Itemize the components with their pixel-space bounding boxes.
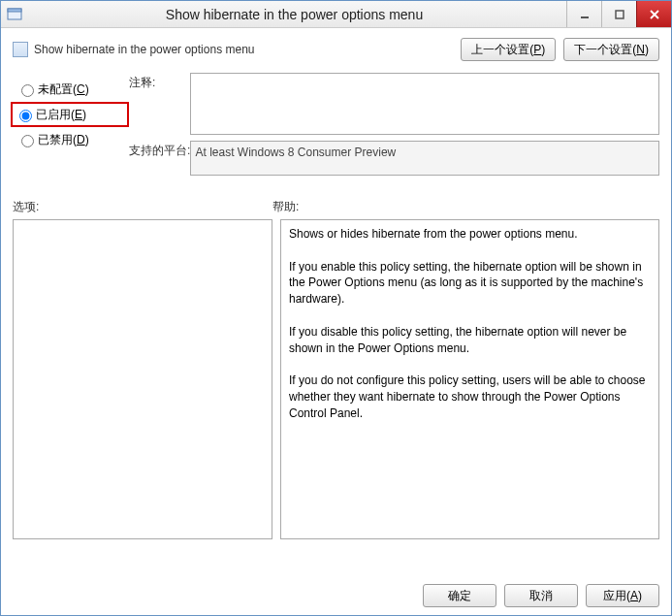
minimize-button[interactable] (566, 1, 601, 27)
comment-textarea[interactable] (190, 73, 659, 135)
help-text[interactable]: Shows or hides hibernate from the power … (280, 219, 659, 539)
radio-disabled-label[interactable]: 已禁用(D) (38, 132, 89, 148)
supported-label: 支持的平台: (129, 141, 190, 176)
footer-buttons: 确定 取消 应用(A) (13, 574, 659, 607)
window-buttons (566, 1, 671, 27)
policy-window-icon (7, 7, 22, 22)
radio-disabled-input[interactable] (21, 135, 34, 147)
svg-rect-3 (616, 11, 624, 18)
options-textarea[interactable] (13, 219, 272, 539)
ok-button[interactable]: 确定 (423, 584, 496, 607)
help-label: 帮助: (272, 199, 299, 215)
policy-icon (13, 42, 28, 57)
state-radio-group: 未配置(C) 已启用(E) 已禁用(D) (13, 73, 129, 181)
policy-title: Show hibernate in the power options menu (34, 43, 461, 56)
header-row: Show hibernate in the power options menu… (13, 38, 659, 61)
radio-not-configured[interactable]: 未配置(C) (13, 77, 129, 102)
previous-setting-button[interactable]: 上一个设置(P) (461, 38, 556, 61)
policy-editor-window: Show hibernate in the power options menu… (0, 0, 672, 616)
radio-not-configured-label[interactable]: 未配置(C) (38, 81, 89, 98)
config-area: 未配置(C) 已启用(E) 已禁用(D) (13, 73, 659, 181)
titlebar: Show hibernate in the power options menu (1, 1, 671, 28)
svg-rect-1 (8, 9, 21, 12)
options-label: 选项: (13, 199, 272, 215)
supported-row: 支持的平台: At least Windows 8 Consumer Previ… (129, 141, 659, 176)
radio-enabled[interactable]: 已启用(E) (11, 102, 129, 127)
supported-textarea: At least Windows 8 Consumer Preview (190, 141, 659, 176)
cancel-button[interactable]: 取消 (504, 584, 578, 607)
radio-not-configured-input[interactable] (21, 84, 34, 97)
radio-enabled-input[interactable] (19, 110, 32, 122)
nav-buttons: 上一个设置(P) 下一个设置(N) (461, 38, 659, 61)
dialog-body: Show hibernate in the power options menu… (1, 28, 671, 615)
radio-enabled-label[interactable]: 已启用(E) (36, 107, 86, 123)
window-title: Show hibernate in the power options menu (22, 7, 566, 22)
split-labels: 选项: 帮助: (13, 199, 659, 215)
split-row: Shows or hides hibernate from the power … (13, 219, 659, 574)
fields-column: 注释: 支持的平台: At least Windows 8 Consumer P… (129, 73, 659, 181)
next-setting-button[interactable]: 下一个设置(N) (563, 38, 659, 61)
comment-row: 注释: (129, 73, 659, 135)
radio-disabled[interactable]: 已禁用(D) (13, 127, 129, 152)
apply-button[interactable]: 应用(A) (586, 584, 659, 607)
svg-rect-2 (581, 16, 589, 18)
comment-label: 注释: (129, 73, 190, 135)
close-button[interactable] (636, 1, 671, 27)
maximize-button[interactable] (601, 1, 636, 27)
